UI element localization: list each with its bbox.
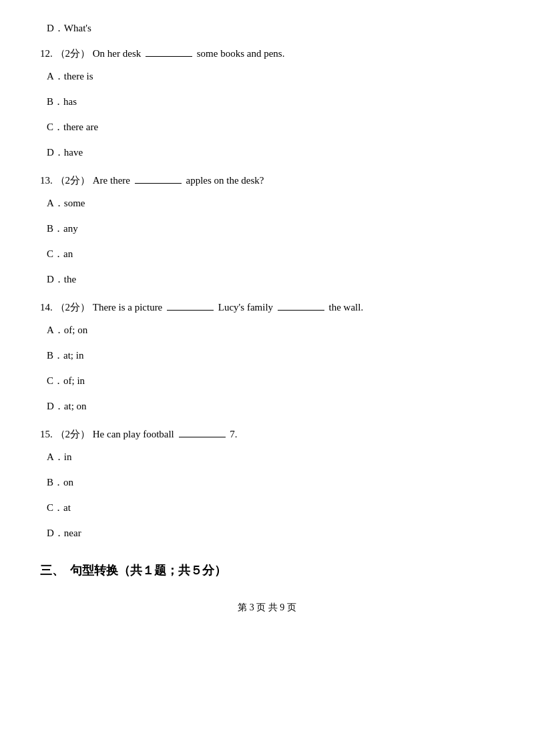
question-14: 14. （2分） There is a picture Lucy's famil… — [40, 299, 494, 414]
question-13-text: 13. （2分） Are there apples on the desk? — [40, 172, 494, 188]
section-number: 三、 — [40, 564, 64, 577]
q14-option-b: B．at; in — [40, 347, 494, 363]
option-letter: C． — [47, 122, 63, 132]
option-text: there are — [63, 122, 98, 132]
option-letter: A． — [47, 325, 64, 335]
q12-score: （2分） — [55, 48, 91, 59]
option-letter: B． — [47, 96, 63, 107]
q15-option-a: A．in — [40, 449, 494, 465]
q13-text-before: Are there — [93, 175, 130, 186]
q15-option-c: C．at — [40, 500, 494, 516]
option-letter: D． — [47, 528, 64, 538]
page-label: 第 3 页 共 9 页 — [238, 602, 296, 612]
question-15-text: 15. （2分） He can play football 7. — [40, 426, 494, 442]
question-14-text: 14. （2分） There is a picture Lucy's famil… — [40, 299, 494, 315]
q13-number: 13. — [40, 175, 53, 186]
question-13: 13. （2分） Are there apples on the desk? A… — [40, 172, 494, 287]
question-15: 15. （2分） He can play football 7. A．in B．… — [40, 426, 494, 541]
q14-blank1 — [167, 310, 214, 311]
q13-score: （2分） — [55, 175, 91, 186]
option-letter: D． — [47, 147, 64, 158]
option-text: at — [63, 502, 71, 513]
q14-text-after: the wall. — [329, 302, 364, 313]
q12-option-c: C．there are — [40, 119, 494, 135]
q14-option-d: D．at; on — [40, 398, 494, 414]
option-text: has — [63, 96, 77, 107]
option-text: near — [64, 528, 81, 538]
option-text: at; in — [63, 350, 83, 361]
q12-option-a: A．there is — [40, 68, 494, 84]
q13-option-a: A．some — [40, 195, 494, 211]
q15-blank — [179, 437, 226, 437]
option-text: of; on — [64, 325, 87, 335]
q13-blank — [135, 183, 182, 184]
option-text: of; in — [63, 375, 85, 386]
option-letter: A． — [47, 71, 64, 81]
q14-number: 14. — [40, 302, 53, 313]
q14-option-a: A．of; on — [40, 322, 494, 338]
q13-text-after: apples on the desk? — [186, 175, 264, 186]
q12-text-after: some books and pens. — [197, 48, 285, 59]
q15-text-before: He can play football — [93, 429, 174, 439]
q12-option-d: D．have — [40, 144, 494, 160]
q14-score: （2分） — [55, 302, 91, 313]
q15-text-after: 7. — [230, 429, 237, 439]
q13-option-d: D．the — [40, 271, 494, 287]
q15-score: （2分） — [55, 429, 91, 439]
option-text: have — [64, 147, 83, 158]
section-title: 句型转换（共１题；共５分） — [70, 564, 226, 577]
q14-text-before: There is a picture — [93, 302, 163, 313]
option-letter: D． — [47, 23, 64, 33]
option-letter: B． — [47, 477, 63, 488]
q13-option-b: B．any — [40, 220, 494, 236]
option-letter: D． — [47, 274, 64, 285]
option-text: on — [63, 477, 73, 488]
option-text: in — [64, 451, 72, 462]
q13-option-c: C．an — [40, 246, 494, 262]
q15-number: 15. — [40, 429, 53, 439]
q14-text-middle: Lucy's family — [218, 302, 273, 313]
q12-number: 12. — [40, 48, 53, 59]
option-letter: B． — [47, 223, 63, 234]
q12-text-before: On her desk — [93, 48, 141, 59]
question-12: 12. （2分） On her desk some books and pens… — [40, 45, 494, 160]
q12-option-b: B．has — [40, 93, 494, 110]
option-text: there is — [64, 71, 93, 81]
page-number: 第 3 页 共 9 页 — [40, 600, 494, 615]
option-text: an — [63, 248, 73, 259]
q14-option-c: C．of; in — [40, 373, 494, 389]
q14-blank2 — [278, 310, 324, 311]
option-text: at; on — [64, 401, 87, 411]
q12-blank — [146, 56, 192, 57]
option-d-whats: D．What's — [40, 20, 494, 36]
q15-option-d: D．near — [40, 525, 494, 541]
option-letter: C． — [47, 375, 63, 386]
option-letter: C． — [47, 502, 63, 513]
option-text: some — [64, 198, 85, 208]
option-text: What's — [64, 23, 91, 33]
option-letter: A． — [47, 198, 64, 208]
option-letter: A． — [47, 451, 64, 462]
option-letter: B． — [47, 350, 63, 361]
option-text: the — [64, 274, 76, 285]
option-text: any — [63, 223, 78, 234]
option-letter: C． — [47, 248, 63, 259]
q15-option-b: B．on — [40, 474, 494, 490]
question-12-text: 12. （2分） On her desk some books and pens… — [40, 45, 494, 61]
option-letter: D． — [47, 401, 64, 411]
section-header: 三、 句型转换（共１题；共５分） — [40, 561, 494, 580]
